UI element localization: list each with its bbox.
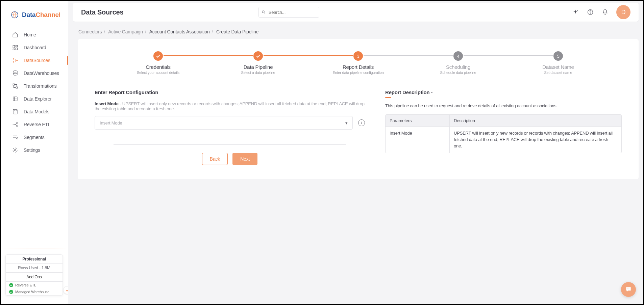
step-title: Scheduling <box>408 64 508 70</box>
crumb[interactable]: Connectors <box>78 29 102 34</box>
chat-icon <box>625 286 632 293</box>
search-input[interactable] <box>268 9 317 15</box>
step-credentials[interactable]: Credentials Select your account details <box>108 51 208 75</box>
step-sub: Select your account details <box>108 71 208 75</box>
crumb[interactable]: Active Campaign <box>108 29 143 34</box>
sidebar-item-label: DataSources <box>24 58 50 63</box>
step-scheduling[interactable]: 4 Scheduling Schedule data pipeline <box>408 51 508 75</box>
check-icon <box>9 283 13 287</box>
svg-point-9 <box>17 60 18 61</box>
sidebar-item-segments[interactable]: Segments <box>1 131 68 144</box>
form-heading: Enter Report Configuration <box>95 89 365 95</box>
form-panel: Enter Report Configuration Insert Mode -… <box>95 89 365 165</box>
svg-point-23 <box>590 13 591 14</box>
breadcrumb: Connectors/ Active Campaign/ Account Con… <box>68 22 643 39</box>
segments-icon <box>12 134 18 140</box>
svg-point-10 <box>13 71 17 73</box>
transformations-icon <box>12 83 18 89</box>
sidebar-item-transformations[interactable]: Transformations <box>1 80 68 92</box>
check-icon <box>9 290 13 294</box>
select-placeholder: Insert Mode <box>100 120 122 126</box>
content-card: Credentials Select your account details … <box>78 39 639 179</box>
content-columns: Enter Report Configuration Insert Mode -… <box>95 89 622 165</box>
step-title: Credentials <box>108 64 208 70</box>
svg-point-2 <box>17 12 18 13</box>
sidebar: DataChannel Home Dashboard DataSources D… <box>1 1 68 304</box>
step-dataset-name[interactable]: 5 Dataset Name Set dataset name <box>508 51 608 75</box>
divider <box>114 144 346 145</box>
gear-icon <box>12 147 18 153</box>
sidebar-item-label: Data Models <box>24 109 49 114</box>
table-row: Insert Mode UPSERT will insert only new … <box>386 127 621 153</box>
globe-icon <box>10 10 19 20</box>
sidebar-item-label: Home <box>24 32 36 37</box>
step-data-pipeline[interactable]: Data Pipeline Select a data pipeline <box>208 51 308 75</box>
sidebar-item-home[interactable]: Home <box>1 28 68 41</box>
home-icon <box>12 32 18 38</box>
step-sub: Select a data pipeline <box>208 71 308 75</box>
step-bubble: 4 <box>453 51 463 61</box>
info-icon[interactable]: i <box>358 119 365 126</box>
reverse-etl-icon <box>12 121 18 128</box>
stepper: Credentials Select your account details … <box>108 51 608 75</box>
search-box[interactable] <box>258 7 319 18</box>
sidebar-item-dashboard[interactable]: Dashboard <box>1 41 68 54</box>
svg-point-7 <box>13 58 14 59</box>
sidebar-item-label: Reverse ETL <box>24 122 51 127</box>
plan-addons-label[interactable]: Add Ons <box>6 273 63 282</box>
description-text: This pipeline can be used to request and… <box>385 103 622 109</box>
step-bubble-check-icon <box>253 51 263 61</box>
svg-point-18 <box>17 126 18 127</box>
sidebar-item-settings[interactable]: Settings <box>1 144 68 157</box>
plan-card: Professional Rows Used - 1.8M Add Ons Re… <box>5 254 63 296</box>
next-button[interactable]: Next <box>232 153 257 165</box>
plan-title: Professional <box>6 255 63 264</box>
button-row: Back Next <box>95 153 365 165</box>
chat-button[interactable] <box>621 282 636 297</box>
chevron-down-icon: ▾ <box>345 120 348 126</box>
sidebar-item-datawarehouses[interactable]: DataWarehouses <box>1 67 68 80</box>
svg-point-17 <box>17 122 18 123</box>
dashboard-icon <box>12 45 18 51</box>
sidebar-item-label: Segments <box>24 135 44 140</box>
sidebar-item-reverseetl[interactable]: Reverse ETL <box>1 118 68 131</box>
plan-addon: Managed Warehouse <box>6 288 63 295</box>
ai-sparkle-icon[interactable] <box>572 8 579 16</box>
svg-point-24 <box>627 289 628 289</box>
brand-logo[interactable]: DataChannel <box>1 1 68 26</box>
svg-point-21 <box>263 11 265 13</box>
page-title: Data Sources <box>81 8 123 16</box>
sidebar-item-datasources[interactable]: DataSources <box>1 54 68 67</box>
step-title: Report Details <box>308 64 408 70</box>
step-bubble: 3 <box>353 51 363 61</box>
sidebar-item-label: Data Explorer <box>24 96 52 102</box>
sidebar-item-dataexplorer[interactable]: Data Explorer <box>1 92 68 105</box>
field-label-name: Insert Mode <box>95 101 119 106</box>
step-sub: Enter data pipeline configuration <box>308 71 408 75</box>
crumb[interactable]: Account Contacts Association <box>149 29 210 34</box>
addon-label: Managed Warehouse <box>15 290 49 294</box>
back-button[interactable]: Back <box>202 153 228 165</box>
insert-mode-select[interactable]: Insert Mode ▾ <box>95 116 353 130</box>
step-bubble-check-icon <box>153 51 163 61</box>
sidebar-nav: Home Dashboard DataSources DataWarehouse… <box>1 26 68 159</box>
step-sub: Set dataset name <box>508 71 608 75</box>
datasources-icon <box>12 57 18 63</box>
table-header-row: Parameters Description <box>386 115 621 127</box>
table-cell: Insert Mode <box>386 127 450 153</box>
sidebar-item-datamodels[interactable]: Data Models <box>1 105 68 118</box>
insert-mode-label: Insert Mode - UPSERT will insert only ne… <box>95 101 365 111</box>
crumb-current: Create Data Pipeline <box>216 29 258 34</box>
svg-rect-4 <box>16 45 18 47</box>
step-title: Data Pipeline <box>208 64 308 70</box>
svg-rect-6 <box>13 49 15 50</box>
help-icon[interactable] <box>587 8 594 16</box>
avatar[interactable]: D <box>616 5 630 19</box>
bell-icon[interactable] <box>601 8 609 16</box>
sidebar-item-label: Transformations <box>24 83 57 89</box>
plan-rows-used[interactable]: Rows Used - 1.8M <box>6 264 63 273</box>
svg-rect-5 <box>16 48 18 50</box>
svg-point-19 <box>17 138 18 139</box>
step-report-details[interactable]: 3 Report Details Enter data pipeline con… <box>308 51 408 75</box>
addon-label: Reverse ETL <box>15 283 36 287</box>
